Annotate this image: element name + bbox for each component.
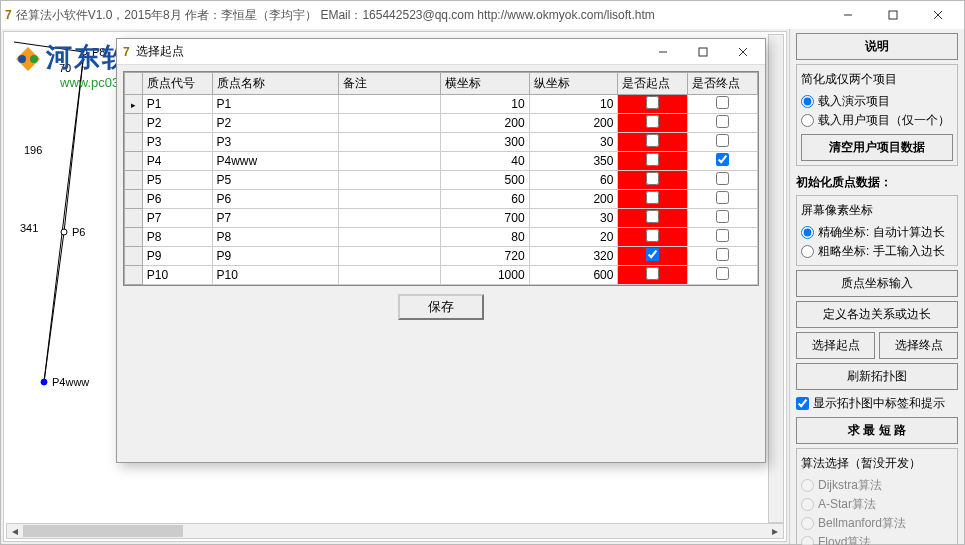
cell-id[interactable]: P5 bbox=[142, 171, 212, 190]
cell-name[interactable]: P4www bbox=[212, 152, 339, 171]
cell-x[interactable]: 500 bbox=[440, 171, 529, 190]
cell-id[interactable]: P6 bbox=[142, 190, 212, 209]
col-note[interactable]: 备注 bbox=[339, 73, 440, 95]
help-button[interactable]: 说明 bbox=[796, 33, 958, 60]
table-row[interactable]: P10P101000600 bbox=[125, 266, 758, 285]
cell-x[interactable]: 300 bbox=[440, 133, 529, 152]
scroll-thumb[interactable] bbox=[23, 525, 183, 537]
cell-id[interactable]: P1 bbox=[142, 95, 212, 114]
radio-exact-coord[interactable]: 精确坐标: 自动计算边长 bbox=[801, 223, 953, 242]
cell-y[interactable]: 10 bbox=[529, 95, 618, 114]
cell-end[interactable] bbox=[688, 228, 758, 247]
table-row[interactable]: P1P11010 bbox=[125, 95, 758, 114]
show-labels-checkbox[interactable]: 显示拓扑图中标签和提示 bbox=[796, 394, 958, 413]
cell-id[interactable]: P9 bbox=[142, 247, 212, 266]
scroll-left-icon[interactable]: ◂ bbox=[7, 524, 23, 538]
horizontal-scrollbar[interactable]: ◂ ▸ bbox=[6, 523, 784, 539]
node-dot-end[interactable] bbox=[41, 379, 48, 386]
cell-end[interactable] bbox=[688, 95, 758, 114]
cell-start[interactable] bbox=[618, 171, 688, 190]
table-row[interactable]: P3P330030 bbox=[125, 133, 758, 152]
cell-note[interactable] bbox=[339, 247, 440, 266]
cell-end[interactable] bbox=[688, 171, 758, 190]
cell-note[interactable] bbox=[339, 152, 440, 171]
cell-note[interactable] bbox=[339, 228, 440, 247]
scroll-right-icon[interactable]: ▸ bbox=[767, 524, 783, 538]
cell-id[interactable]: P10 bbox=[142, 266, 212, 285]
cell-x[interactable]: 1000 bbox=[440, 266, 529, 285]
cell-x[interactable]: 700 bbox=[440, 209, 529, 228]
cell-note[interactable] bbox=[339, 95, 440, 114]
col-x[interactable]: 横坐标 bbox=[440, 73, 529, 95]
points-grid[interactable]: 质点代号 质点名称 备注 横坐标 纵坐标 是否起点 是否终点 P1P11010P… bbox=[123, 71, 759, 286]
table-row[interactable]: P6P660200 bbox=[125, 190, 758, 209]
table-row[interactable]: P9P9720320 bbox=[125, 247, 758, 266]
cell-name[interactable]: P3 bbox=[212, 133, 339, 152]
table-row[interactable]: P2P2200200 bbox=[125, 114, 758, 133]
cell-id[interactable]: P4 bbox=[142, 152, 212, 171]
cell-note[interactable] bbox=[339, 171, 440, 190]
cell-x[interactable]: 720 bbox=[440, 247, 529, 266]
cell-start[interactable] bbox=[618, 133, 688, 152]
cell-id[interactable]: P8 bbox=[142, 228, 212, 247]
node-dot[interactable] bbox=[81, 49, 88, 56]
dialog-maximize-button[interactable] bbox=[683, 39, 723, 65]
cell-y[interactable]: 320 bbox=[529, 247, 618, 266]
cell-name[interactable]: P10 bbox=[212, 266, 339, 285]
cell-end[interactable] bbox=[688, 209, 758, 228]
cell-name[interactable]: P8 bbox=[212, 228, 339, 247]
table-row[interactable]: P8P88020 bbox=[125, 228, 758, 247]
refresh-topo-button[interactable]: 刷新拓扑图 bbox=[796, 363, 958, 390]
select-end-button[interactable]: 选择终点 bbox=[879, 332, 958, 359]
cell-start[interactable] bbox=[618, 95, 688, 114]
col-y[interactable]: 纵坐标 bbox=[529, 73, 618, 95]
cell-end[interactable] bbox=[688, 114, 758, 133]
shortest-path-button[interactable]: 求 最 短 路 bbox=[796, 417, 958, 444]
cell-note[interactable] bbox=[339, 114, 440, 133]
cell-name[interactable]: P5 bbox=[212, 171, 339, 190]
cell-start[interactable] bbox=[618, 190, 688, 209]
cell-start[interactable] bbox=[618, 266, 688, 285]
cell-y[interactable]: 200 bbox=[529, 114, 618, 133]
cell-y[interactable]: 30 bbox=[529, 209, 618, 228]
cell-end[interactable] bbox=[688, 152, 758, 171]
cell-start[interactable] bbox=[618, 209, 688, 228]
cell-start[interactable] bbox=[618, 228, 688, 247]
save-button[interactable]: 保存 bbox=[398, 294, 484, 320]
dialog-close-button[interactable] bbox=[723, 39, 763, 65]
cell-name[interactable]: P2 bbox=[212, 114, 339, 133]
table-row[interactable]: P5P550060 bbox=[125, 171, 758, 190]
dialog-titlebar[interactable]: 7 选择起点 bbox=[117, 39, 765, 65]
cell-id[interactable]: P2 bbox=[142, 114, 212, 133]
cell-x[interactable]: 200 bbox=[440, 114, 529, 133]
cell-start[interactable] bbox=[618, 152, 688, 171]
main-titlebar[interactable]: 7 径算法小软件V1.0，2015年8月 作者：李恒星（李均宇） EMail：1… bbox=[1, 1, 964, 29]
radio-load-demo[interactable]: 载入演示项目 bbox=[801, 92, 953, 111]
cell-end[interactable] bbox=[688, 266, 758, 285]
cell-note[interactable] bbox=[339, 266, 440, 285]
dialog-minimize-button[interactable] bbox=[643, 39, 683, 65]
cell-y[interactable]: 30 bbox=[529, 133, 618, 152]
define-edges-button[interactable]: 定义各边关系或边长 bbox=[796, 301, 958, 328]
cell-x[interactable]: 80 bbox=[440, 228, 529, 247]
cell-id[interactable]: P7 bbox=[142, 209, 212, 228]
col-start[interactable]: 是否起点 bbox=[618, 73, 688, 95]
cell-y[interactable]: 350 bbox=[529, 152, 618, 171]
cell-name[interactable]: P7 bbox=[212, 209, 339, 228]
cell-y[interactable]: 200 bbox=[529, 190, 618, 209]
cell-end[interactable] bbox=[688, 247, 758, 266]
vertical-scrollbar[interactable] bbox=[768, 34, 784, 523]
radio-load-user[interactable]: 载入用户项目（仅一个） bbox=[801, 111, 953, 130]
minimize-button[interactable] bbox=[825, 1, 870, 29]
cell-start[interactable] bbox=[618, 114, 688, 133]
coord-input-button[interactable]: 质点坐标输入 bbox=[796, 270, 958, 297]
cell-start[interactable] bbox=[618, 247, 688, 266]
cell-x[interactable]: 40 bbox=[440, 152, 529, 171]
cell-end[interactable] bbox=[688, 190, 758, 209]
cell-note[interactable] bbox=[339, 190, 440, 209]
cell-y[interactable]: 60 bbox=[529, 171, 618, 190]
cell-note[interactable] bbox=[339, 209, 440, 228]
col-id[interactable]: 质点代号 bbox=[142, 73, 212, 95]
col-name[interactable]: 质点名称 bbox=[212, 73, 339, 95]
table-row[interactable]: P7P770030 bbox=[125, 209, 758, 228]
